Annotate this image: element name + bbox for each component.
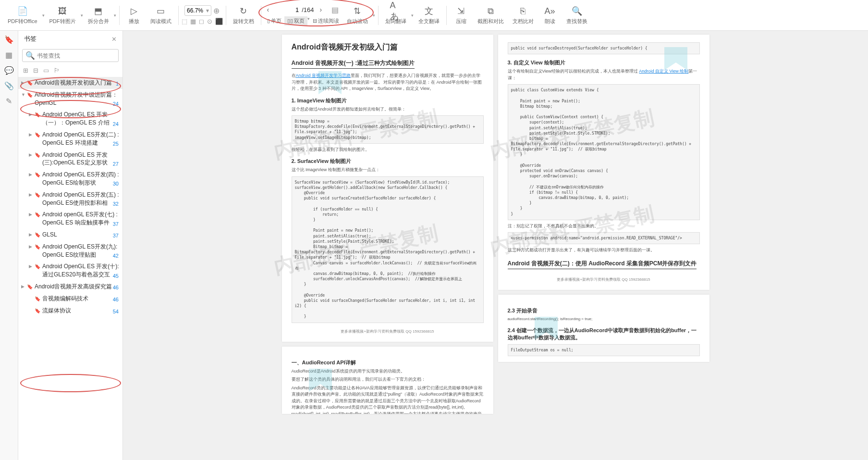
- bookmark-icon: 🔖: [35, 263, 40, 270]
- bookmark-page: 45: [113, 273, 119, 280]
- page-navigator: ‹ /164 › ▤: [264, 5, 342, 14]
- bookmark-label: 音视频编解码技术: [42, 295, 120, 303]
- word-translate[interactable]: Aあ划词翻译: [381, 4, 410, 26]
- bookmark-item[interactable]: 🔖音视频编解码技术46: [18, 293, 122, 305]
- expand-all-icon[interactable]: ⊞: [23, 67, 28, 74]
- pdf-page: 内部资料 严禁复制 内部资料 严禁复制 public void surfaceD…: [498, 35, 709, 290]
- bookmark-label: Android OpenGL ES 开发(十):通过GLES20与着色器交互: [42, 262, 120, 279]
- full-translate[interactable]: 文全文翻译: [415, 4, 443, 26]
- zoom-tool-icon[interactable]: ⊙: [207, 18, 212, 25]
- bookmark-item[interactable]: ▼🔖Android音视频开发中级进阶篇： OpenGL24: [18, 89, 122, 109]
- bookmark-item[interactable]: ▶🔖GLSL37: [18, 229, 122, 241]
- bookmark-icon: 🔖: [27, 284, 33, 290]
- read-mode[interactable]: ▭阅读模式: [147, 4, 175, 26]
- doc-compare[interactable]: ⎘文档比对: [509, 4, 538, 26]
- expand-icon[interactable]: ▶: [29, 152, 35, 158]
- expand-icon[interactable]: ▶: [29, 244, 35, 250]
- pdf-page: 一、AudioRecord API详解 AudioRecord是Android系…: [282, 347, 493, 414]
- screenshot-compare[interactable]: ⧉截图和对比: [474, 4, 508, 26]
- expand-icon[interactable]: ▶: [21, 80, 27, 86]
- bookmark-item[interactable]: 🔖流媒体协议54: [18, 305, 122, 317]
- bookmark-label: Android OpenGL ES 开发（一）：OpenGL ES 介绍: [42, 111, 120, 127]
- sidebar-tabs: 🔖 ▦ 💬 📎 ✎: [0, 31, 18, 460]
- bookmark-page: 54: [113, 308, 119, 315]
- view-single[interactable]: ▯单页: [264, 16, 284, 25]
- view-continuous[interactable]: ⊟连续阅读: [310, 16, 342, 25]
- split-merge[interactable]: ⬒拆分合并: [84, 4, 113, 26]
- bookmark-icon: 🔖: [35, 192, 40, 199]
- collapse-all-icon[interactable]: ⊟: [33, 67, 38, 74]
- bookmark-icon: 🔖: [35, 232, 40, 238]
- expand-icon[interactable]: ▶: [29, 232, 35, 238]
- bookmark-search-input[interactable]: [37, 52, 115, 59]
- pdf-to-image[interactable]: 🖼PDF转图片: [46, 4, 80, 26]
- zoom-in-icon[interactable]: ⊕: [213, 6, 220, 15]
- bookmark-item[interactable]: ▶🔖Android OpenGL ES开发(四) : OpenGL ES绘制形状…: [18, 169, 122, 189]
- prev-page[interactable]: ‹: [264, 6, 272, 13]
- bookmark-item[interactable]: ▶🔖Android OpenGL ES开发(九): OpenGL ES纹理贴图4…: [18, 241, 122, 261]
- expand-icon[interactable]: ▶: [29, 132, 35, 138]
- marquee-icon[interactable]: ⬛: [215, 18, 223, 25]
- actual-size-icon[interactable]: ◻: [199, 18, 204, 25]
- bookmark-icon: 🔖: [27, 92, 33, 99]
- compress[interactable]: ⇲压缩: [450, 4, 473, 26]
- fit-width-icon[interactable]: ⬚: [182, 18, 187, 25]
- bookmark-item[interactable]: ▶🔖Android OpenGL ES 开发(三):OpenGL ES定义形状2…: [18, 149, 122, 169]
- bookmark-panel: 书签 ✕ 🔍 ⊞ ⊟ ▭ 🏳 ▶🔖Android音视频开发初级入门篇1▼🔖And…: [18, 31, 123, 460]
- bookmark-label: Android OpenGL ES开发(五) : OpenGL ES使用投影和相: [42, 191, 120, 207]
- bookmark-label: Android音视频开发中级进阶篇： OpenGL: [35, 91, 120, 107]
- next-page[interactable]: ›: [317, 6, 325, 13]
- bookmark-page: 37: [113, 221, 119, 228]
- zoom-level[interactable]: 66.7% ▾: [184, 5, 211, 16]
- fit-page-icon[interactable]: ▦: [190, 18, 196, 25]
- expand-icon[interactable]: ▶: [29, 192, 35, 198]
- bookmark-item[interactable]: ▶🔖Android OpenGL ES开发(二) : OpenGL ES 环境搭…: [18, 129, 122, 149]
- bookmark-options-icon[interactable]: 🏳: [54, 67, 60, 74]
- bookmark-label: Android OpenGL ES 开发(三):OpenGL ES定义形状: [42, 151, 120, 167]
- bookmark-tab-icon[interactable]: 🔖: [4, 35, 14, 44]
- bookmark-page: 37: [113, 232, 119, 239]
- new-bookmark-icon[interactable]: ▭: [43, 67, 49, 74]
- close-icon[interactable]: ✕: [111, 36, 117, 43]
- page-input[interactable]: [275, 6, 299, 13]
- thumbnail-tab-icon[interactable]: ▦: [4, 50, 14, 60]
- expand-icon[interactable]: ▶: [21, 284, 27, 290]
- bookmark-item[interactable]: ▶🔖Android openGL ES开发(七) : OpenGL ES 响应触…: [18, 209, 122, 229]
- bookmark-item[interactable]: ▶🔖Android OpenGL ES 开发(十):通过GLES20与着色器交互…: [18, 261, 122, 281]
- find-replace[interactable]: 🔍查找替换: [562, 4, 591, 26]
- play[interactable]: ▷播放: [122, 4, 146, 26]
- bookmark-item[interactable]: ▶🔖Android音视频开发高级探究篇46: [18, 281, 122, 293]
- bookmark-item[interactable]: ▶🔖Android音视频开发初级入门篇1: [18, 77, 122, 89]
- bookmark-page: 24: [113, 121, 119, 128]
- bookmark-page: 25: [113, 140, 119, 148]
- page-total: /164: [302, 6, 314, 13]
- view-double[interactable]: ▯▯双页: [284, 16, 307, 25]
- bookmark-icon: 🔖: [35, 112, 40, 118]
- pdf-to-office[interactable]: 📄PDF转Office: [4, 4, 41, 26]
- read-aloud[interactable]: A»朗读: [538, 4, 562, 26]
- page-layout-icon[interactable]: ▤: [331, 5, 339, 14]
- attachment-tab-icon[interactable]: 📎: [4, 81, 14, 90]
- signature-tab-icon[interactable]: ✎: [4, 96, 14, 106]
- comment-tab-icon[interactable]: 💬: [4, 65, 14, 75]
- bookmark-label: 流媒体协议: [42, 307, 120, 315]
- bookmark-item[interactable]: ▶🔖Android OpenGL ES 开发（一）：OpenGL ES 介绍24: [18, 109, 122, 129]
- bookmark-tree: ▶🔖Android音视频开发初级入门篇1▼🔖Android音视频开发中级进阶篇：…: [18, 77, 122, 460]
- bookmark-search[interactable]: 🔍: [22, 49, 119, 62]
- expand-icon[interactable]: ▼: [21, 92, 27, 98]
- bookmark-label: GLSL: [42, 231, 120, 239]
- bookmark-icon: 🔖: [35, 211, 40, 218]
- expand-icon[interactable]: ▶: [29, 211, 35, 218]
- expand-icon[interactable]: ▶: [29, 112, 35, 118]
- document-area[interactable]: 内部资料 严禁复制 内部资料 严禁复制 Android音视频开发初级入门篇 An…: [123, 31, 868, 460]
- auto-scroll[interactable]: ⇅自动滚动: [343, 4, 372, 26]
- bookmark-icon: 🔖: [35, 172, 40, 178]
- expand-icon[interactable]: ▶: [29, 172, 35, 178]
- bookmark-label: Android OpenGL ES开发(二) : OpenGL ES 环境搭建: [42, 131, 120, 147]
- expand-icon[interactable]: ▶: [29, 263, 35, 270]
- bookmark-icon: 🔖: [35, 296, 40, 302]
- search-icon: 🔍: [25, 51, 35, 60]
- bookmark-page: 1: [116, 80, 119, 87]
- bookmark-item[interactable]: ▶🔖Android OpenGL ES开发(五) : OpenGL ES使用投影…: [18, 189, 122, 209]
- rotate-doc[interactable]: ↻旋转文档: [229, 4, 258, 26]
